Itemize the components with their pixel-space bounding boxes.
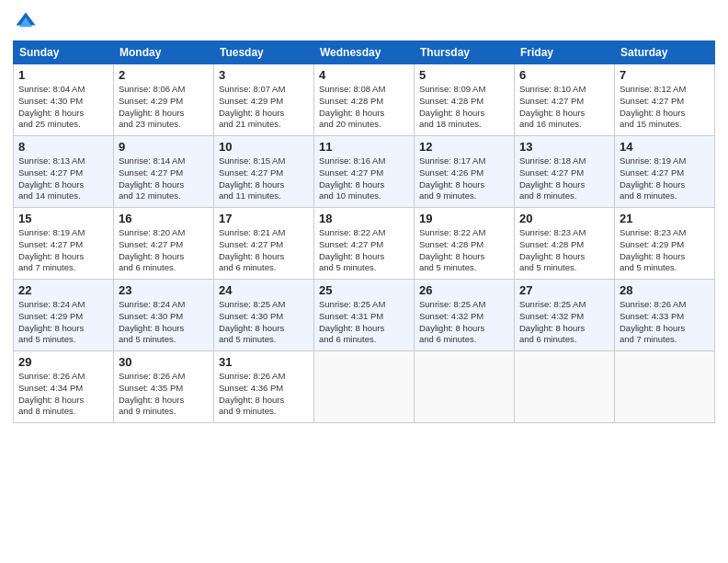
day-number: 8 — [18, 140, 108, 154]
day-header-thursday: Thursday — [415, 41, 515, 64]
calendar-cell: 25Sunrise: 8:25 AMSunset: 4:31 PMDayligh… — [314, 280, 415, 351]
day-info: Sunrise: 8:26 AMSunset: 4:33 PMDaylight:… — [620, 299, 710, 346]
day-number: 11 — [319, 140, 409, 154]
day-info: Sunrise: 8:13 AMSunset: 4:27 PMDaylight:… — [18, 155, 108, 202]
day-info: Sunrise: 8:26 AMSunset: 4:35 PMDaylight:… — [119, 371, 209, 418]
day-info: Sunrise: 8:09 AMSunset: 4:28 PMDaylight:… — [419, 84, 509, 131]
calendar-cell: 1Sunrise: 8:04 AMSunset: 4:30 PMDaylight… — [14, 64, 114, 136]
calendar-cell: 4Sunrise: 8:08 AMSunset: 4:28 PMDaylight… — [314, 64, 415, 136]
calendar-cell: 7Sunrise: 8:12 AMSunset: 4:27 PMDaylight… — [615, 64, 715, 136]
day-info: Sunrise: 8:19 AMSunset: 4:27 PMDaylight:… — [620, 155, 710, 202]
calendar-cell: 12Sunrise: 8:17 AMSunset: 4:26 PMDayligh… — [415, 136, 515, 208]
day-number: 12 — [419, 140, 509, 154]
day-info: Sunrise: 8:15 AMSunset: 4:27 PMDaylight:… — [219, 155, 309, 202]
calendar-cell: 9Sunrise: 8:14 AMSunset: 4:27 PMDaylight… — [114, 136, 214, 208]
calendar-cell: 21Sunrise: 8:23 AMSunset: 4:29 PMDayligh… — [615, 208, 715, 280]
calendar-cell: 31Sunrise: 8:26 AMSunset: 4:36 PMDayligh… — [214, 351, 314, 423]
day-number: 29 — [18, 355, 108, 369]
day-number: 25 — [319, 283, 409, 297]
calendar-cell: 5Sunrise: 8:09 AMSunset: 4:28 PMDaylight… — [415, 64, 515, 136]
calendar-cell: 14Sunrise: 8:19 AMSunset: 4:27 PMDayligh… — [615, 136, 715, 208]
day-number: 7 — [620, 68, 710, 82]
day-info: Sunrise: 8:07 AMSunset: 4:29 PMDaylight:… — [219, 84, 309, 131]
calendar-cell: 13Sunrise: 8:18 AMSunset: 4:27 PMDayligh… — [515, 136, 615, 208]
calendar-cell: 30Sunrise: 8:26 AMSunset: 4:35 PMDayligh… — [114, 351, 214, 423]
day-number: 9 — [119, 140, 209, 154]
day-info: Sunrise: 8:22 AMSunset: 4:27 PMDaylight:… — [319, 227, 409, 274]
calendar-cell: 16Sunrise: 8:20 AMSunset: 4:27 PMDayligh… — [114, 208, 214, 280]
day-info: Sunrise: 8:25 AMSunset: 4:30 PMDaylight:… — [219, 299, 309, 346]
day-number: 20 — [519, 212, 609, 225]
calendar-cell: 11Sunrise: 8:16 AMSunset: 4:27 PMDayligh… — [314, 136, 415, 208]
day-info: Sunrise: 8:25 AMSunset: 4:32 PMDaylight:… — [419, 299, 509, 346]
day-info: Sunrise: 8:04 AMSunset: 4:30 PMDaylight:… — [18, 84, 108, 131]
day-info: Sunrise: 8:08 AMSunset: 4:28 PMDaylight:… — [319, 84, 409, 131]
day-info: Sunrise: 8:18 AMSunset: 4:27 PMDaylight:… — [519, 155, 609, 202]
calendar-cell — [415, 351, 515, 423]
day-info: Sunrise: 8:14 AMSunset: 4:27 PMDaylight:… — [119, 155, 209, 202]
day-header-friday: Friday — [515, 41, 615, 64]
day-number: 4 — [319, 68, 409, 82]
calendar-cell: 3Sunrise: 8:07 AMSunset: 4:29 PMDaylight… — [214, 64, 314, 136]
page-container: SundayMondayTuesdayWednesdayThursdayFrid… — [0, 0, 728, 432]
day-number: 27 — [519, 283, 609, 297]
calendar-week-4: 22Sunrise: 8:24 AMSunset: 4:29 PMDayligh… — [14, 280, 715, 351]
calendar-cell: 8Sunrise: 8:13 AMSunset: 4:27 PMDaylight… — [14, 136, 114, 208]
day-number: 15 — [18, 212, 108, 225]
day-header-wednesday: Wednesday — [314, 41, 415, 64]
day-info: Sunrise: 8:24 AMSunset: 4:30 PMDaylight:… — [119, 299, 209, 346]
calendar-cell: 19Sunrise: 8:22 AMSunset: 4:28 PMDayligh… — [415, 208, 515, 280]
day-info: Sunrise: 8:23 AMSunset: 4:29 PMDaylight:… — [620, 227, 710, 274]
day-info: Sunrise: 8:26 AMSunset: 4:34 PMDaylight:… — [18, 371, 108, 418]
day-number: 26 — [419, 283, 509, 297]
day-info: Sunrise: 8:17 AMSunset: 4:26 PMDaylight:… — [419, 155, 509, 202]
day-number: 14 — [620, 140, 710, 154]
calendar-week-1: 1Sunrise: 8:04 AMSunset: 4:30 PMDaylight… — [14, 64, 715, 136]
calendar-cell — [314, 351, 415, 423]
day-info: Sunrise: 8:16 AMSunset: 4:27 PMDaylight:… — [319, 155, 409, 202]
calendar-cell: 18Sunrise: 8:22 AMSunset: 4:27 PMDayligh… — [314, 208, 415, 280]
calendar-week-3: 15Sunrise: 8:19 AMSunset: 4:27 PMDayligh… — [14, 208, 715, 280]
logo-icon — [13, 9, 39, 35]
calendar-cell: 22Sunrise: 8:24 AMSunset: 4:29 PMDayligh… — [14, 280, 114, 351]
calendar-cell — [615, 351, 715, 423]
day-number: 31 — [219, 355, 309, 369]
calendar-cell — [515, 351, 615, 423]
day-number: 22 — [18, 283, 108, 297]
day-info: Sunrise: 8:21 AMSunset: 4:27 PMDaylight:… — [219, 227, 309, 274]
calendar-table: SundayMondayTuesdayWednesdayThursdayFrid… — [13, 40, 715, 423]
day-info: Sunrise: 8:25 AMSunset: 4:32 PMDaylight:… — [519, 299, 609, 346]
calendar-cell: 29Sunrise: 8:26 AMSunset: 4:34 PMDayligh… — [14, 351, 114, 423]
calendar-cell: 15Sunrise: 8:19 AMSunset: 4:27 PMDayligh… — [14, 208, 114, 280]
day-info: Sunrise: 8:25 AMSunset: 4:31 PMDaylight:… — [319, 299, 409, 346]
day-header-sunday: Sunday — [14, 41, 114, 64]
day-info: Sunrise: 8:26 AMSunset: 4:36 PMDaylight:… — [219, 371, 309, 418]
calendar-cell: 6Sunrise: 8:10 AMSunset: 4:27 PMDaylight… — [515, 64, 615, 136]
day-info: Sunrise: 8:06 AMSunset: 4:29 PMDaylight:… — [119, 84, 209, 131]
calendar-cell: 27Sunrise: 8:25 AMSunset: 4:32 PMDayligh… — [515, 280, 615, 351]
day-number: 24 — [219, 283, 309, 297]
day-number: 10 — [219, 140, 309, 154]
calendar-cell: 20Sunrise: 8:23 AMSunset: 4:28 PMDayligh… — [515, 208, 615, 280]
day-number: 6 — [519, 68, 609, 82]
day-number: 28 — [620, 283, 710, 297]
day-header-saturday: Saturday — [615, 41, 715, 64]
day-number: 21 — [620, 212, 710, 225]
day-number: 19 — [419, 212, 509, 225]
day-number: 2 — [119, 68, 209, 82]
calendar-cell: 28Sunrise: 8:26 AMSunset: 4:33 PMDayligh… — [615, 280, 715, 351]
calendar-cell: 17Sunrise: 8:21 AMSunset: 4:27 PMDayligh… — [214, 208, 314, 280]
day-number: 23 — [119, 283, 209, 297]
calendar-cell: 10Sunrise: 8:15 AMSunset: 4:27 PMDayligh… — [214, 136, 314, 208]
day-info: Sunrise: 8:12 AMSunset: 4:27 PMDaylight:… — [620, 84, 710, 131]
logo — [13, 9, 42, 35]
calendar-cell: 23Sunrise: 8:24 AMSunset: 4:30 PMDayligh… — [114, 280, 214, 351]
calendar-week-5: 29Sunrise: 8:26 AMSunset: 4:34 PMDayligh… — [14, 351, 715, 423]
header — [13, 9, 715, 35]
day-info: Sunrise: 8:24 AMSunset: 4:29 PMDaylight:… — [18, 299, 108, 346]
day-info: Sunrise: 8:19 AMSunset: 4:27 PMDaylight:… — [18, 227, 108, 274]
day-info: Sunrise: 8:22 AMSunset: 4:28 PMDaylight:… — [419, 227, 509, 274]
day-number: 17 — [219, 212, 309, 225]
calendar-week-2: 8Sunrise: 8:13 AMSunset: 4:27 PMDaylight… — [14, 136, 715, 208]
calendar-cell: 2Sunrise: 8:06 AMSunset: 4:29 PMDaylight… — [114, 64, 214, 136]
